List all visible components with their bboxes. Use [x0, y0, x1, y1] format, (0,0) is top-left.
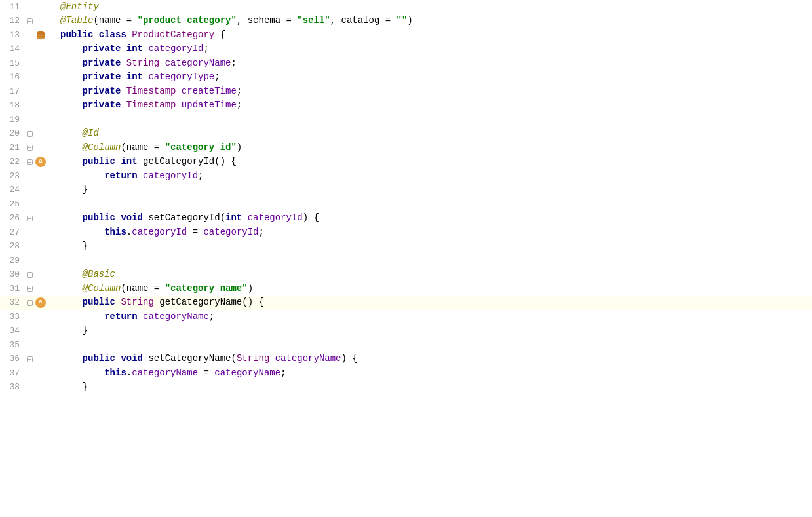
token-kw: this — [104, 366, 126, 381]
avatar[interactable]: a — [35, 157, 46, 167]
gutter-icon — [34, 339, 47, 352]
gutter-row: 35 — [0, 338, 52, 353]
line-number: 11 — [0, 1, 25, 14]
gutter-row: 14 — [0, 43, 52, 57]
gutter-icon — [34, 127, 47, 140]
fold-icon[interactable] — [25, 101, 34, 110]
token-str: "product_category" — [138, 14, 237, 28]
line-number: 27 — [0, 226, 25, 239]
token-plain: (name = — [93, 14, 137, 28]
code-line: @Basic — [52, 268, 812, 282]
token-ann: @Column — [83, 141, 121, 155]
token-plain: ; — [203, 42, 208, 56]
token-kw: return — [104, 169, 143, 183]
fold-icon[interactable] — [25, 157, 34, 166]
line-number: 26 — [0, 212, 25, 225]
token-plain: } — [60, 239, 88, 254]
code-line: @Id — [52, 127, 812, 142]
fold-icon[interactable] — [25, 73, 34, 82]
fold-icon[interactable] — [25, 313, 34, 322]
fold-icon[interactable] — [25, 270, 34, 279]
gutter-row: 34 — [0, 324, 52, 339]
code-editor: 111213 141516171819202122a23242526272829… — [0, 0, 812, 517]
fold-icon[interactable] — [25, 341, 34, 350]
fold-icon[interactable] — [25, 298, 34, 307]
fold-icon[interactable] — [25, 369, 34, 378]
fold-icon[interactable] — [25, 144, 34, 153]
token-plain — [60, 70, 83, 85]
token-kw: public class — [60, 28, 132, 43]
fold-icon[interactable] — [25, 354, 34, 364]
token-plain: , catalog = — [330, 14, 396, 28]
token-ann: @Basic — [83, 267, 115, 282]
gutter-row: 17 — [0, 85, 52, 99]
fold-icon[interactable] — [25, 214, 34, 223]
token-kw: private — [83, 56, 126, 71]
code-line: public String getCategoryName() { — [52, 296, 812, 311]
token-field: categoryId — [148, 42, 203, 56]
line-number: 12 — [0, 14, 25, 28]
fold-icon[interactable] — [25, 115, 34, 124]
token-field: categoryName — [132, 366, 198, 381]
fold-icon[interactable] — [25, 59, 34, 68]
fold-icon[interactable] — [25, 228, 34, 237]
fold-icon[interactable] — [25, 172, 34, 181]
token-param: categoryName — [214, 366, 280, 381]
line-number: 30 — [0, 268, 25, 281]
gutter-icon — [34, 57, 47, 70]
line-number: 35 — [0, 339, 25, 352]
gutter-row: 30 — [0, 268, 52, 282]
fold-icon[interactable] — [25, 326, 34, 335]
fold-icon[interactable] — [25, 31, 34, 40]
fold-icon[interactable] — [25, 284, 34, 294]
line-number: 15 — [0, 57, 25, 70]
token-plain — [60, 211, 83, 225]
gutter-icon — [34, 99, 47, 112]
line-number: 22 — [0, 155, 25, 168]
fold-icon[interactable] — [25, 200, 34, 209]
fold-icon[interactable] — [25, 242, 34, 251]
fold-icon[interactable] — [25, 185, 34, 195]
fold-icon[interactable] — [25, 383, 34, 392]
token-plain — [60, 85, 83, 99]
token-plain: ; — [258, 225, 263, 240]
fold-icon[interactable] — [25, 3, 34, 12]
gutter-row: 20 — [0, 127, 52, 142]
token-ann: @Id — [83, 126, 99, 141]
avatar[interactable]: a — [35, 297, 46, 308]
line-number: 25 — [0, 198, 25, 211]
fold-icon[interactable] — [25, 87, 34, 96]
line-number: 38 — [0, 381, 25, 394]
code-line: public void setCategoryName(String categ… — [52, 353, 812, 367]
token-plain: (name = — [121, 141, 164, 155]
token-plain: = — [198, 366, 214, 381]
code-line: private int categoryType; — [52, 71, 812, 85]
gutter-icon — [34, 226, 47, 239]
token-plain: ) — [407, 14, 412, 28]
fold-icon[interactable] — [25, 256, 34, 265]
gutter-row: 19 — [0, 113, 52, 127]
fold-icon[interactable] — [25, 129, 34, 138]
gutter-icon — [34, 170, 47, 183]
token-plain — [60, 42, 83, 56]
line-number: 32 — [0, 296, 25, 309]
token-plain — [60, 169, 104, 183]
svg-point-6 — [37, 37, 45, 39]
gutter-row: 11 — [0, 0, 52, 14]
gutter-row: 24 — [0, 183, 52, 198]
fold-icon[interactable] — [25, 16, 34, 26]
token-type: String — [121, 296, 159, 310]
code-line: @Entity — [52, 0, 812, 14]
token-plain: ; — [198, 169, 203, 183]
token-kw: private — [83, 98, 126, 113]
code-line: @Table(name = "product_category", schema… — [52, 14, 812, 29]
token-plain — [60, 310, 104, 324]
token-kw: this — [104, 225, 126, 240]
fold-icon[interactable] — [25, 45, 34, 54]
gutter-icon: a — [34, 296, 47, 309]
token-str: "category_id" — [165, 141, 237, 155]
token-str: "" — [396, 14, 408, 28]
token-kw: private — [83, 85, 126, 99]
line-number: 21 — [0, 142, 25, 155]
token-plain: } — [60, 324, 88, 338]
